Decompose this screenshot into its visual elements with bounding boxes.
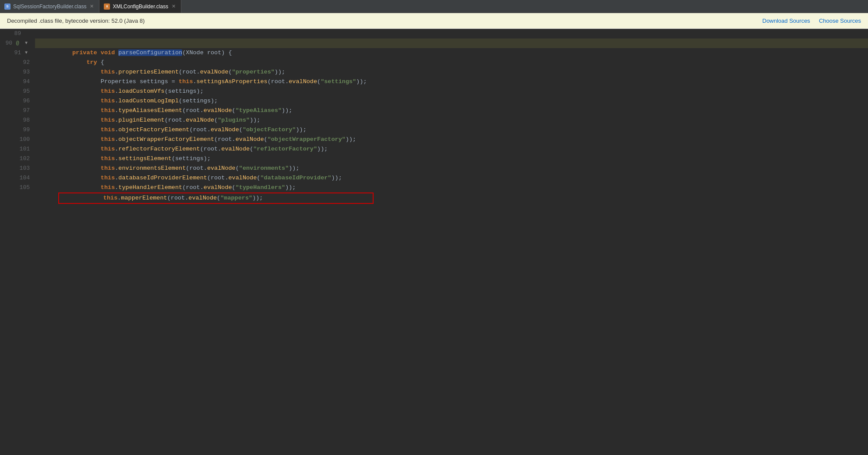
line-num-89: 89 [9,29,21,38]
code-line-105: this.mapperElement(root.evalNode("mapper… [35,183,868,192]
param-settings-95: settings [182,98,211,104]
kw-try: try [86,59,97,66]
code-editor[interactable]: private void parseConfiguration(XNode ro… [33,29,868,455]
kw-this-102: this [101,165,115,172]
str-databaseIdProvider: "databaseIdProvider" [260,175,331,181]
sql-file-icon: S [4,4,11,10]
str-plugins: "plugins" [218,117,250,123]
method-evalNode-102: evalNode [207,165,236,172]
tab-xml-config[interactable]: X XMLConfigBuilder.class ✕ [99,0,181,13]
method-objectWrapperFactoryElement: objectWrapperFactoryElement [118,136,214,143]
gutter-line-100: 100 [0,135,33,144]
method-objectFactoryElement: objectFactoryElement [118,126,189,133]
notification-bar: Decompiled .class file, bytecode version… [0,13,868,29]
tab-bar: S SqlSessionFactoryBuilder.class ✕ X XML… [0,0,868,13]
type-xnode: XNode [186,49,204,56]
method-reflectorFactoryElement: reflectorFactoryElement [118,146,200,152]
param-settings-101: settings [175,155,204,162]
method-typeAliasesElement: typeAliasesElement [118,107,182,114]
str-objectWrapperFactory: "objectWrapperFactory" [268,136,346,143]
gutter-line-91: 91 ▼ [0,48,33,58]
xml-file-icon: X [104,4,110,10]
method-environmentsElement: environmentsElement [118,165,186,172]
code-line-90: private void parseConfiguration(XNode ro… [35,38,868,48]
gutter-line-97: 97 [0,106,33,116]
gutter-line-99: 99 [0,125,33,135]
brace-open-90: { [229,49,232,56]
kw-this-92: this [101,69,115,75]
gutter-line-101: 101 [0,144,33,154]
kw-this-95: this [101,98,115,104]
method-evalNode-97: evalNode [186,117,214,123]
gutter-line-102: 102 [0,154,33,164]
plain-root-97: root [168,117,182,123]
tab-xml-label: XMLConfigBuilder.class [113,4,168,10]
kw-this-100: this [101,146,115,152]
gutter-line-96: 96 [0,96,33,106]
var-settings: settings [140,78,168,85]
kw-this-96: this [101,107,115,114]
plain-root-98: root [193,126,207,133]
param-settings-94: settings [168,88,197,94]
gutter-dropdown-90[interactable]: ▼ [23,40,30,47]
method-propertiesElement: propertiesElement [118,69,179,75]
method-databaseIdProviderElement: databaseIdProviderElement [118,175,207,181]
method-evalNode-105: evalNode [188,195,217,201]
gutter-line-90: 90 @ ▼ [0,38,33,48]
editor-area: 89 90 @ ▼ 91 ▼ 92 93 94 95 96 97 98 99 1… [0,29,868,455]
kw-this-101: this [101,155,115,162]
method-evalNode-98: evalNode [211,126,239,133]
gutter-line-104: 104 [0,173,33,183]
kw-this-103: this [101,175,115,181]
gutter-line-92: 92 [0,58,33,67]
notification-text: Decompiled .class file, bytecode version… [7,18,145,24]
kw-this-99: this [101,136,115,143]
code-line-92: this.propertiesElement(root.evalNode("pr… [35,58,868,67]
str-settings: "settings" [321,78,356,85]
kw-this-105: this [103,195,117,201]
gutter-line-93: 93 [0,67,33,77]
kw-this-97: this [101,117,115,123]
method-evalNode-99: evalNode [236,136,264,143]
line-num-91: 91 [9,48,21,58]
kw-private: private [72,49,97,56]
plain-root-100: root [204,146,218,152]
method-settingsAsProperties: settingsAsProperties [197,78,268,85]
gutter-annotation-90[interactable]: @ [14,40,21,47]
tab-sql-close[interactable]: ✕ [89,4,95,9]
plain-root-102: root [189,165,203,172]
method-loadCustomLogImpl: loadCustomLogImpl [118,98,179,104]
method-evalNode-96: evalNode [204,107,232,114]
method-pluginElement: pluginElement [118,117,164,123]
gutter-icon-89 [23,30,30,37]
kw-this-93: this [179,78,193,85]
gutter-line-89: 89 [0,29,33,38]
method-settingsElement: settingsElement [118,155,172,162]
kw-this-94: this [101,88,115,94]
gutter-line-95: 95 [0,87,33,96]
method-loadCustomVfs: loadCustomVfs [118,88,164,94]
method-evalNode-92: evalNode [200,69,229,75]
str-environments: "environments" [239,165,289,172]
line-num-90: 90 [0,38,12,48]
plain-root-96: root [186,107,200,114]
method-mapperElement: mapperElement [121,195,167,201]
gutter-line-94: 94 [0,77,33,87]
tab-sql-label: SqlSessionFactoryBuilder.class [13,4,86,10]
tab-xml-close[interactable]: ✕ [171,4,176,9]
plain-root-103: root [211,175,225,181]
str-mappers: "mappers" [220,195,252,201]
gutter-dropdown-91[interactable]: ▼ [23,49,30,56]
choose-sources-link[interactable]: Choose Sources [819,18,861,24]
plain-root-99: root [218,136,232,143]
download-sources-link[interactable]: Download Sources [762,18,810,24]
line-number-gutter: 89 90 @ ▼ 91 ▼ 92 93 94 95 96 97 98 99 1… [0,29,33,455]
method-evalNode-103: evalNode [229,175,257,181]
plain-root-105: root [171,195,185,201]
gutter-line-103: 103 [0,164,33,173]
type-properties-93: Properties [101,78,136,85]
plain-root-92: root [182,69,196,75]
str-reflectorFactory: "reflectorFactory" [253,146,317,152]
tab-sql-session[interactable]: S SqlSessionFactoryBuilder.class ✕ [0,0,99,13]
str-properties: "properties" [232,69,275,75]
